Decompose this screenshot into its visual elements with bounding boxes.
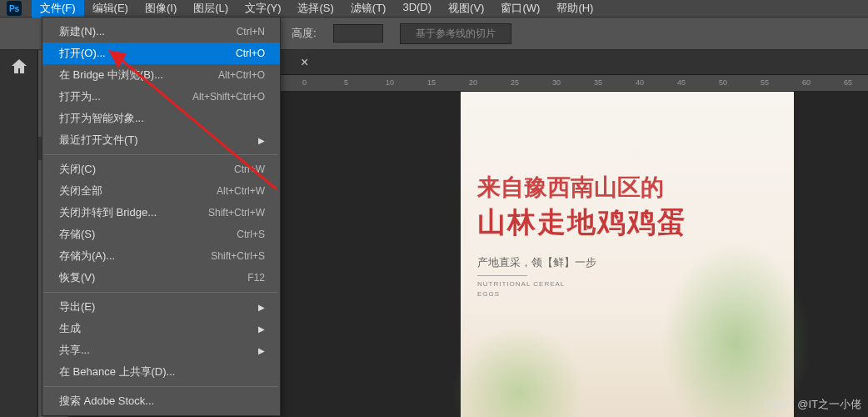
menu-window[interactable]: 窗口(W) (492, 0, 548, 18)
menu-item-shortcut: Alt+Ctrl+O (218, 69, 265, 81)
file-menu-item-5[interactable]: 最近打开文件(T)▶ (42, 129, 280, 151)
height-label: 高度: (292, 26, 317, 41)
menu-filter[interactable]: 滤镜(T) (342, 0, 395, 18)
file-menu-item-17[interactable]: 在 Behance 上共享(D)... (42, 361, 280, 383)
menu-type[interactable]: 文字(Y) (237, 0, 289, 18)
ruler-mark: 5 (344, 78, 348, 87)
menu-item-label: 最近打开文件(T) (59, 133, 138, 148)
file-menu-item-2[interactable]: 在 Bridge 中浏览(B)...Alt+Ctrl+O (42, 64, 280, 86)
ruler-mark: 30 (552, 78, 561, 87)
menu-item-label: 存储为(A)... (59, 249, 115, 264)
ruler-mark: 0 (302, 78, 307, 87)
menu-item-label: 打开为... (59, 89, 101, 104)
menu-item-label: 关闭全部 (59, 183, 102, 198)
file-menu-item-14[interactable]: 导出(E)▶ (42, 296, 280, 318)
menu-item-shortcut: Alt+Ctrl+W (217, 185, 265, 197)
menu-layer[interactable]: 图层(L) (185, 0, 237, 18)
file-menu-item-19[interactable]: 搜索 Adobe Stock... (42, 390, 280, 412)
menu-item-label: 恢复(V) (59, 270, 95, 285)
ruler-mark: 60 (802, 78, 811, 87)
menu-item-shortcut: Ctrl+W (234, 163, 265, 175)
file-menu-item-3[interactable]: 打开为...Alt+Shift+Ctrl+O (42, 86, 280, 108)
slice-button[interactable]: 基于参考线的切片 (400, 23, 511, 44)
file-menu-item-8[interactable]: 关闭全部Alt+Ctrl+W (42, 180, 280, 202)
menu-item-label: 关闭(C) (59, 162, 96, 177)
ruler-mark: 45 (677, 78, 686, 87)
ruler-mark: 40 (636, 78, 644, 87)
menu-help[interactable]: 帮助(H) (548, 0, 601, 18)
menu-item-label: 新建(N)... (59, 24, 105, 39)
menu-item-label: 打开为智能对象... (59, 111, 144, 126)
file-menu-item-12[interactable]: 恢复(V)F12 (42, 267, 280, 289)
file-menu-item-16[interactable]: 共享...▶ (42, 339, 280, 361)
menu-separator (44, 154, 278, 155)
menu-item-shortcut: Alt+Shift+Ctrl+O (192, 91, 265, 103)
ruler-mark: 50 (719, 78, 727, 87)
menu-image[interactable]: 图像(I) (137, 0, 185, 18)
artboard-subtitle: 产地直采，领【鲜】一步 (477, 255, 596, 270)
menu-3d[interactable]: 3D(D) (394, 0, 440, 18)
file-menu-item-11[interactable]: 存储为(A)...Shift+Ctrl+S (42, 245, 280, 267)
file-menu-item-7[interactable]: 关闭(C)Ctrl+W (42, 158, 280, 180)
home-icon[interactable] (8, 57, 30, 77)
menu-separator (44, 386, 278, 387)
file-menu-item-0[interactable]: 新建(N)...Ctrl+N (42, 21, 280, 43)
artboard-en-2: EGGS (477, 290, 500, 298)
submenu-arrow-icon: ▶ (258, 346, 265, 355)
menu-item-shortcut: Shift+Ctrl+W (208, 207, 265, 219)
menu-item-label: 搜索 Adobe Stock... (59, 394, 154, 409)
file-menu-item-10[interactable]: 存储(S)Ctrl+S (42, 224, 280, 245)
menu-item-label: 共享... (59, 343, 90, 358)
menu-item-label: 存储(S) (59, 227, 95, 242)
ruler-mark: 35 (594, 78, 602, 87)
menu-view[interactable]: 视图(V) (440, 0, 492, 18)
menu-file[interactable]: 文件(F) (32, 0, 84, 18)
file-menu-item-15[interactable]: 生成▶ (42, 318, 280, 339)
artboard-en-1: NUTRITIONAL CEREAL (477, 280, 565, 288)
ruler-mark: 65 (844, 78, 852, 87)
height-input[interactable] (333, 24, 383, 43)
artboard-title-1: 来自豫西南山区的 (477, 172, 664, 203)
menu-separator (44, 292, 278, 293)
home-strip (0, 50, 38, 417)
ruler-mark: 15 (427, 78, 436, 87)
menubar: Ps 文件(F) 编辑(E) 图像(I) 图层(L) 文字(Y) 选择(S) 滤… (0, 0, 868, 17)
file-menu-item-1[interactable]: 打开(O)...Ctrl+O (42, 43, 280, 64)
file-menu-item-9[interactable]: 关闭并转到 Bridge...Shift+Ctrl+W (42, 202, 280, 224)
menu-items: 文件(F) 编辑(E) 图像(I) 图层(L) 文字(Y) 选择(S) 滤镜(T… (32, 0, 601, 18)
menu-item-label: 在 Bridge 中浏览(B)... (59, 68, 163, 83)
menu-item-label: 导出(E) (59, 299, 95, 314)
menu-select[interactable]: 选择(S) (289, 0, 342, 18)
ruler-mark: 10 (386, 78, 394, 87)
artboard-divider (477, 275, 527, 276)
artboard: 来自豫西南山区的 山林走地鸡鸡蛋 产地直采，领【鲜】一步 NUTRITIONAL… (461, 92, 794, 417)
menu-item-label: 打开(O)... (59, 46, 106, 61)
ruler-mark: 25 (511, 78, 519, 87)
tab-close-icon[interactable]: × (294, 55, 315, 70)
submenu-arrow-icon: ▶ (258, 303, 265, 312)
ps-logo-icon: Ps (7, 1, 22, 16)
submenu-arrow-icon: ▶ (258, 324, 265, 334)
artboard-title-2: 山林走地鸡鸡蛋 (477, 203, 687, 242)
submenu-arrow-icon: ▶ (258, 136, 265, 145)
file-menu-item-4[interactable]: 打开为智能对象... (42, 108, 280, 129)
menu-item-label: 关闭并转到 Bridge... (59, 205, 157, 220)
ruler-mark: 55 (761, 78, 769, 87)
menu-item-shortcut: Shift+Ctrl+S (211, 250, 265, 262)
menu-item-shortcut: Ctrl+S (237, 229, 265, 240)
ruler-mark: 20 (469, 78, 477, 87)
menu-item-shortcut: Ctrl+O (236, 48, 265, 59)
menu-item-label: 生成 (59, 321, 81, 336)
file-dropdown: 新建(N)...Ctrl+N打开(O)...Ctrl+O在 Bridge 中浏览… (42, 17, 281, 416)
menu-item-shortcut: Ctrl+N (237, 26, 265, 38)
menu-item-shortcut: F12 (247, 272, 265, 284)
watermark: CSDN @IT之一小佬 (764, 397, 861, 412)
menu-edit[interactable]: 编辑(E) (84, 0, 137, 18)
menu-item-label: 在 Behance 上共享(D)... (59, 364, 175, 379)
